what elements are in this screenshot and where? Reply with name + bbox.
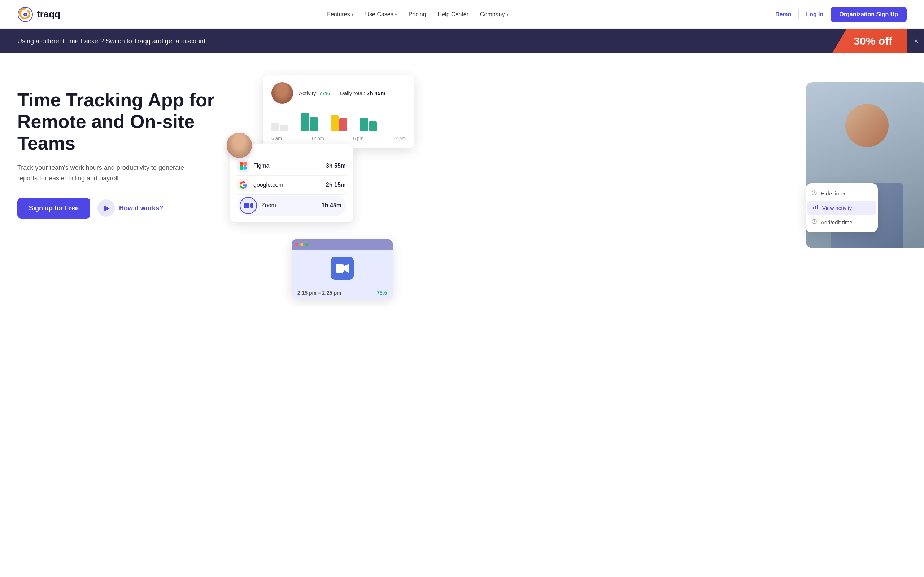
chart-icon — [813, 204, 819, 211]
how-it-works-button[interactable]: ▶ How it works? — [97, 200, 163, 217]
zoom-name: Zoom — [261, 202, 317, 209]
svg-rect-13 — [817, 205, 818, 209]
bar-group-6pm — [331, 115, 347, 131]
logo[interactable]: traqq — [17, 6, 60, 23]
logo-icon — [17, 6, 33, 23]
navbar: traqq Features ▾ Use Cases ▾ Pricing Hel… — [0, 0, 924, 29]
activity-bar-chart — [271, 110, 406, 131]
app-usage-card: Figma 3h 55m google — [230, 143, 353, 222]
google-time: 2h 15m — [326, 182, 346, 188]
zoom-app-icon — [331, 257, 354, 280]
banner-close-button[interactable]: × — [914, 37, 918, 45]
nav-login[interactable]: Log In — [806, 11, 823, 18]
app-row-zoom: Zoom 1h 45m — [237, 195, 346, 216]
zoom-popup-header — [292, 239, 393, 250]
chevron-down-icon: ▾ — [506, 12, 509, 17]
nav-links: Features ▾ Use Cases ▾ Pricing Help Cent… — [327, 11, 508, 18]
svg-rect-12 — [815, 206, 816, 209]
svg-point-2 — [24, 14, 26, 15]
activity-card: Activity: 77% Daily total: 7h 45m — [263, 75, 414, 148]
activity-card-header: Activity: 77% Daily total: 7h 45m — [271, 82, 406, 104]
hero-subtitle: Track your team's work hours and product… — [17, 163, 191, 184]
window-dot-minimize — [300, 243, 303, 246]
hero-right: Activity: 77% Daily total: 7h 45m — [227, 75, 907, 292]
nav-divider — [798, 10, 799, 19]
hero-section: Time Tracking App for Remote and On-site… — [0, 53, 924, 306]
nav-features[interactable]: Features ▾ — [327, 11, 353, 18]
daily-label: Daily total: — [340, 90, 365, 96]
svg-rect-3 — [240, 161, 243, 166]
app-list: Figma 3h 55m google — [237, 156, 346, 216]
banner-promo: 30% off — [832, 29, 907, 53]
hero-actions: Sign up for Free ▶ How it works? — [17, 198, 227, 219]
banner-promo-text: 30% off — [854, 35, 892, 47]
figma-time: 3h 55m — [326, 163, 346, 169]
svg-rect-4 — [243, 161, 247, 166]
figma-icon — [237, 160, 249, 172]
google-icon — [237, 179, 249, 191]
banner-text-area: Using a different time tracker? Switch t… — [0, 37, 832, 45]
daily-value: 7h 45m — [367, 90, 386, 96]
figma-name: Figma — [254, 163, 321, 169]
menu-view-activity[interactable]: View activity — [807, 200, 876, 215]
zoom-percentage: 75% — [377, 290, 387, 296]
menu-hide-timer[interactable]: Hide timer — [806, 186, 878, 200]
bar-label-6am: 6 am — [271, 135, 282, 141]
zoom-popup-card: 2:15 pm – 2:25 pm 75% — [292, 239, 393, 298]
activity-value: 77% — [319, 90, 330, 96]
zoom-time-range: 2:15 pm – 2:25 pm — [297, 290, 341, 296]
app-row-google: google.com 2h 15m — [237, 176, 346, 195]
window-dot-close — [295, 243, 298, 246]
user-avatar-2 — [227, 133, 252, 158]
bar-label-6pm: 6 pm — [353, 135, 363, 141]
bar-label-12pm-1: 12 pm — [311, 135, 324, 141]
user-avatar — [271, 82, 293, 104]
add-time-label: Add/edit time — [821, 219, 853, 226]
activity-label: Activity: — [299, 90, 318, 96]
zoom-icon — [240, 197, 257, 214]
activity-stats: Activity: 77% Daily total: 7h 45m — [299, 90, 386, 96]
timer-icon — [811, 190, 817, 197]
nav-pricing[interactable]: Pricing — [409, 11, 426, 18]
clock-icon — [811, 219, 817, 226]
nav-company[interactable]: Company ▾ — [480, 11, 508, 18]
hide-timer-label: Hide timer — [821, 190, 845, 197]
nav-actions: Demo Log In Organization Sign Up — [775, 7, 907, 22]
promo-banner: Using a different time tracker? Switch t… — [0, 29, 924, 53]
svg-rect-11 — [813, 207, 814, 209]
bar-chart-labels: 6 am 12 pm 6 pm 12 pm — [271, 134, 406, 141]
chevron-down-icon: ▾ — [352, 12, 354, 17]
chevron-down-icon: ▾ — [395, 12, 397, 17]
app-usage-wrapper: Figma 3h 55m google — [230, 143, 353, 222]
window-dot-expand — [305, 243, 308, 246]
nav-use-cases[interactable]: Use Cases ▾ — [365, 11, 397, 18]
play-icon: ▶ — [104, 204, 109, 212]
bar-label-12pm-2: 12 pm — [393, 135, 406, 141]
banner-text: Using a different time tracker? Switch t… — [17, 37, 205, 45]
svg-rect-15 — [336, 264, 344, 272]
google-name: google.com — [254, 182, 321, 188]
zoom-time: 1h 45m — [321, 202, 341, 209]
app-row-figma: Figma 3h 55m — [237, 156, 346, 176]
zoom-popup-body — [292, 250, 393, 287]
context-menu: Hide timer View activity Add/edit time — [806, 183, 878, 232]
hero-left: Time Tracking App for Remote and On-site… — [17, 75, 227, 219]
signup-button[interactable]: Sign up for Free — [17, 198, 90, 219]
org-signup-button[interactable]: Organization Sign Up — [830, 7, 907, 22]
logo-text: traqq — [37, 9, 60, 20]
play-button: ▶ — [97, 200, 115, 217]
svg-rect-8 — [244, 203, 249, 208]
bar-group-12pm-1 — [301, 113, 318, 131]
bar-group-12pm-2 — [360, 118, 377, 131]
bar-group-6am — [271, 122, 288, 131]
view-activity-label: View activity — [822, 205, 852, 211]
nav-demo[interactable]: Demo — [775, 11, 791, 18]
hero-title: Time Tracking App for Remote and On-site… — [17, 89, 227, 154]
svg-point-6 — [243, 166, 247, 170]
zoom-popup-footer: 2:15 pm – 2:25 pm 75% — [292, 287, 393, 298]
menu-add-time[interactable]: Add/edit time — [806, 215, 878, 229]
nav-help-center[interactable]: Help Center — [438, 11, 468, 18]
svg-rect-7 — [240, 166, 243, 170]
